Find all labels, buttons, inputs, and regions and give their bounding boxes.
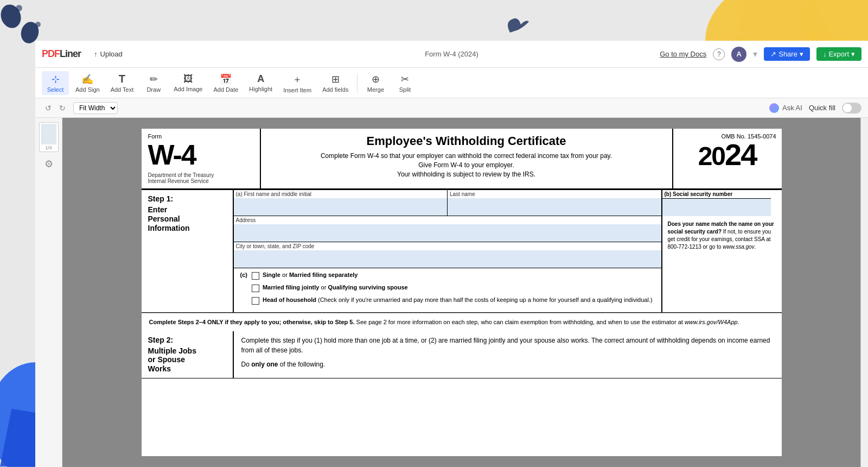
tool-add-fields-button[interactable]: ⊞ Add fields (318, 71, 353, 95)
top-bar-right: Go to my Docs ? A ▾ ↗ Share ▾ ↓ Export ▾ (660, 47, 861, 62)
top-bar: PDFLiner ↑ Upload Form W-4 (2024) Go to … (35, 41, 868, 68)
toolbar: ⊹ Select ✍ Add Sign T Add Text ✏ Draw 🖼 … (35, 68, 868, 98)
subtitle-line3: Your withholding is subject to review by… (397, 171, 535, 178)
form-subtitle: Complete Form W-4 so that your employer … (272, 152, 661, 179)
tool-draw-button[interactable]: ✏ Draw (140, 71, 167, 95)
tool-add-text-button[interactable]: T Add Text (106, 71, 138, 95)
settings-button[interactable]: ⚙ (41, 156, 56, 172)
ssn-label: (b) Social security number (662, 190, 771, 199)
fit-width-select[interactable]: Fit Width (73, 102, 118, 114)
tool-merge-button[interactable]: ⊕ Merge (362, 71, 389, 95)
checkbox-c-row: (c) Single or Married filing separately … (240, 272, 655, 307)
split-icon: ✂ (401, 73, 409, 85)
secondary-toolbar-right: Ask AI Quick fill (769, 103, 861, 113)
insert-item-icon: ＋ (292, 73, 302, 86)
svg-point-2 (16, 5, 22, 11)
page-thumbnail-1[interactable]: 1/4 (39, 122, 59, 152)
avatar-button[interactable]: A (731, 47, 746, 62)
tool-add-sign-button[interactable]: ✍ Add Sign (71, 71, 104, 95)
checkboxes-section: (c) Single or Married filing separately … (234, 268, 661, 312)
step2-section: Step 2: Multiple Jobsor SpouseWorks Comp… (142, 331, 782, 378)
name-row: (a) First name and middle initial Last n… (234, 190, 661, 216)
upload-icon: ↑ (94, 50, 98, 58)
toggle-knob (843, 104, 852, 112)
form-header-center: Employee's Withholding Certificate Compl… (261, 129, 673, 188)
share-button[interactable]: ↗ Share ▾ (764, 47, 810, 61)
tool-draw-label: Draw (146, 86, 161, 93)
tool-split-button[interactable]: ✂ Split (391, 71, 418, 95)
checkbox-hoh[interactable] (252, 297, 259, 305)
checkbox-list: Single or Married filing separately Marr… (252, 272, 653, 307)
tool-add-image-label: Add Image (174, 86, 202, 92)
tool-select-label: Select (47, 86, 64, 93)
export-icon: ↓ (823, 50, 827, 58)
checkbox1-text: Single or Married filing separately (263, 272, 358, 278)
step1-label: Step 1: EnterPersonalInformation (142, 190, 234, 312)
first-name-input[interactable] (234, 198, 448, 216)
redo-button[interactable]: ↻ (56, 102, 69, 115)
step1-fields: (a) First name and middle initial Last n… (234, 190, 662, 312)
undo-button[interactable]: ↺ (42, 102, 55, 115)
dropdown-arrow: ▾ (753, 49, 757, 59)
add-text-icon: T (119, 73, 125, 85)
secondary-toolbar: ↺ ↻ Fit Width Ask AI Quick fill (35, 98, 868, 118)
step1-section: Step 1: EnterPersonalInformation (a) Fir… (142, 190, 782, 313)
w4-form: Form W-4 Department of the TreasuryInter… (142, 129, 782, 456)
upload-button[interactable]: ↑ Upload (90, 48, 127, 60)
ask-ai-label: Ask AI (782, 104, 802, 112)
bird-decoration (499, 11, 532, 43)
export-dropdown-icon: ▾ (851, 50, 855, 58)
tool-add-image-button[interactable]: 🖼 Add Image (169, 71, 207, 94)
tool-select-button[interactable]: ⊹ Select (42, 71, 69, 95)
tool-highlight-label: Highlight (249, 86, 272, 92)
checkbox-married-jointly[interactable] (252, 285, 259, 292)
export-button[interactable]: ↓ Export ▾ (816, 47, 861, 61)
address-row: Address (234, 216, 661, 242)
step2-title: Multiple Jobsor SpouseWorks (148, 346, 226, 374)
tool-split-label: Split (399, 86, 411, 93)
help-button[interactable]: ? (713, 48, 725, 60)
checkbox-item-2: Married filing jointly or Qualifying sur… (252, 284, 653, 292)
field-c-label: (c) (240, 272, 247, 307)
main-content: 1/4 ⚙ Form W-4 Department of the Treasur… (35, 118, 868, 467)
address-label: Address (234, 216, 661, 224)
tool-insert-item-button[interactable]: ＋ Insert Item (279, 71, 316, 96)
select-icon: ⊹ (52, 73, 60, 85)
subtitle-line1: Complete Form W-4 so that your employer … (321, 152, 612, 160)
checkbox-item-1: Single or Married filing separately (252, 272, 653, 280)
tool-highlight-button[interactable]: A Highlight (245, 71, 277, 94)
document-area[interactable]: Form W-4 Department of the TreasuryInter… (62, 118, 860, 467)
address-input[interactable] (234, 224, 661, 242)
checkbox2-text: Married filing jointly or Qualifying sur… (263, 284, 408, 291)
go-to-docs-button[interactable]: Go to my Docs (660, 50, 706, 58)
page-indicator: 1/4 (45, 145, 52, 150)
add-fields-icon: ⊞ (331, 73, 340, 85)
step2-row: Step 2: Multiple Jobsor SpouseWorks Comp… (142, 331, 782, 378)
add-date-icon: 📅 (220, 73, 232, 85)
last-name-input[interactable] (448, 198, 661, 216)
tool-insert-item-label: Insert Item (283, 87, 311, 93)
ssn-note: Does your name match the name on your so… (662, 216, 782, 255)
tool-add-date-button[interactable]: 📅 Add Date (209, 71, 242, 95)
ask-ai-button[interactable]: Ask AI (769, 103, 802, 113)
first-name-cell: (a) First name and middle initial (234, 190, 448, 216)
tool-add-text-label: Add Text (111, 86, 134, 93)
form-header-left: Form W-4 Department of the TreasuryInter… (142, 129, 261, 188)
step1-right-col: (b) Social security number Does your nam… (662, 190, 782, 312)
info-bar: Complete Steps 2–4 ONLY if they apply to… (142, 313, 782, 331)
logo: PDFLiner (42, 48, 81, 60)
form-number: W-4 (148, 141, 253, 169)
scrollbar[interactable] (860, 118, 868, 467)
form-header: Form W-4 Department of the TreasuryInter… (142, 129, 782, 190)
checkbox-item-3: Head of household (Check only if you're … (252, 296, 653, 305)
checkbox-single[interactable] (252, 272, 259, 280)
step1-number: Step 1: (148, 194, 226, 203)
city-input[interactable] (234, 250, 661, 268)
add-image-icon: 🖼 (183, 73, 193, 85)
last-name-cell: Last name (448, 190, 661, 216)
ssn-input[interactable] (662, 199, 771, 216)
last-name-label: Last name (448, 190, 661, 198)
quick-fill-toggle[interactable] (842, 103, 861, 113)
highlight-icon: A (257, 73, 264, 85)
year-display: 2024 (679, 140, 776, 170)
